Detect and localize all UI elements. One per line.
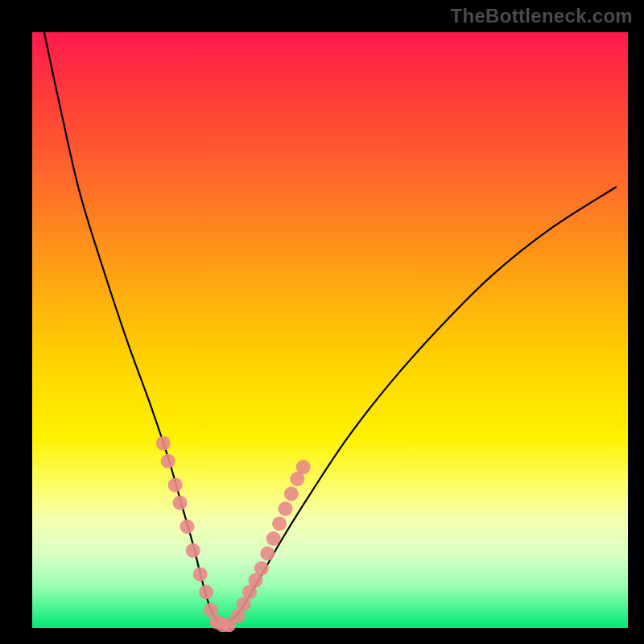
plot-area [32,32,628,628]
bottleneck-curve-path [44,32,616,623]
curve-marker [180,519,194,534]
curve-marker [199,585,213,600]
curve-marker [254,561,269,576]
curve-marker [173,496,188,510]
curve-marker [296,460,311,474]
chart-frame: TheBottleneck.com [0,0,644,644]
curve-marker [260,547,275,561]
curve-marker [279,502,293,516]
marker-cluster-right [230,460,310,623]
curve-layer [32,32,628,628]
curve-marker [272,517,287,531]
curve-marker [168,477,183,492]
curve-marker [266,531,281,546]
curve-marker [156,436,171,451]
curve-marker [193,567,208,581]
marker-cluster-left [156,436,236,633]
watermark-text: TheBottleneck.com [451,5,633,27]
curve-marker [186,543,200,558]
curve-marker [161,454,175,469]
curve-marker [284,487,299,502]
